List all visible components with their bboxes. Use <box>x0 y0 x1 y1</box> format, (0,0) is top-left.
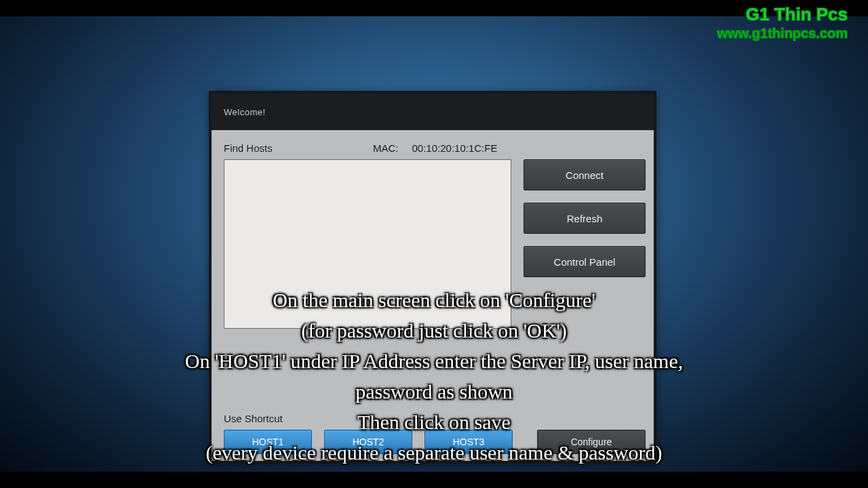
app-window: Welcome! Find Hosts MAC: 00:10:20:10:1C:… <box>209 91 656 464</box>
watermark-title: G1 Thin Pcs <box>717 4 848 25</box>
letterbox-bottom <box>0 472 868 488</box>
host1-button[interactable]: HOST1 <box>224 430 312 454</box>
refresh-button[interactable]: Refresh <box>524 203 646 234</box>
window-title: Welcome! <box>224 107 266 117</box>
shortcut-row: HOST1 HOST2 HOST3 Configure <box>224 430 646 454</box>
mac-value: 00:10:20:10:1C:FE <box>412 142 498 154</box>
main-row: Connect Refresh Control Panel <box>224 159 646 394</box>
host2-button[interactable]: HOST2 <box>324 430 412 454</box>
configure-button[interactable]: Configure <box>537 430 646 454</box>
connect-button[interactable]: Connect <box>524 159 646 190</box>
control-panel-button[interactable]: Control Panel <box>524 246 646 277</box>
use-shortcut-label: Use Shortcut <box>224 413 646 424</box>
host3-button[interactable]: HOST3 <box>425 430 513 454</box>
find-hosts-label: Find Hosts <box>224 142 366 154</box>
content-area: Find Hosts MAC: 00:10:20:10:1C:FE Connec… <box>212 130 654 461</box>
side-buttons: Connect Refresh Control Panel <box>524 159 646 394</box>
hosts-listbox[interactable] <box>224 159 511 329</box>
titlebar: Welcome! <box>212 94 654 130</box>
watermark: G1 Thin Pcs www.g1thinpcs.com <box>717 4 848 41</box>
shortcut-section: Use Shortcut HOST1 HOST2 HOST3 Configure <box>224 394 646 454</box>
watermark-url: www.g1thinpcs.com <box>717 25 848 41</box>
mac-label: MAC: <box>373 142 399 154</box>
header-row: Find Hosts MAC: 00:10:20:10:1C:FE <box>224 142 646 154</box>
